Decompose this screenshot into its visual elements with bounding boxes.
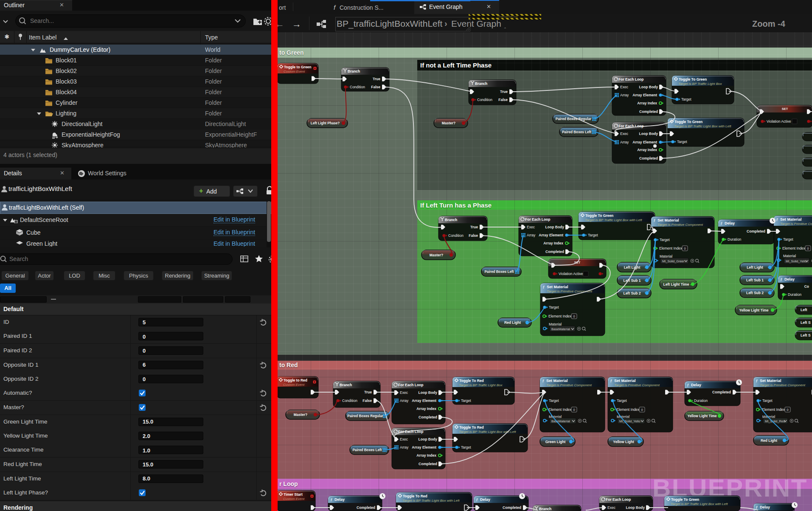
svg-text:Exec: Exec bbox=[400, 437, 408, 441]
svg-text:Completed: Completed bbox=[747, 229, 765, 233]
svg-text:BaseMaterial: BaseMaterial bbox=[551, 327, 570, 331]
svg-text:MI_Solid_Yello: MI_Solid_Yello bbox=[619, 419, 640, 423]
svg-text:Target: Target bbox=[617, 399, 627, 403]
svg-text:Target: Target bbox=[461, 445, 471, 449]
svg-text:Set Material: Set Material bbox=[657, 218, 679, 222]
svg-text:0: 0 bbox=[787, 408, 788, 412]
svg-text:Target is BP Traffic Light Box: Target is BP Traffic Light Box with Left bbox=[585, 218, 642, 222]
svg-text:Target: Target bbox=[588, 233, 598, 237]
svg-text:Exec: Exec bbox=[620, 85, 629, 89]
svg-text:Paired Boxes Left: Paired Boxes Left bbox=[352, 448, 382, 452]
svg-text:Exec: Exec bbox=[400, 390, 408, 395]
svg-text:Target is BP Traffic Light Box: Target is BP Traffic Light Box with Left bbox=[671, 502, 728, 506]
svg-text:Array Index: Array Index bbox=[637, 101, 657, 105]
svg-text:Completed: Completed bbox=[639, 110, 658, 114]
svg-text:For Each Loop: For Each Loop bbox=[606, 497, 631, 502]
svg-text:Completed: Completed bbox=[712, 390, 731, 394]
svg-text:Loop Body: Loop Body bbox=[545, 225, 565, 229]
svg-text:Paired Boxes Regular: Paired Boxes Regular bbox=[347, 414, 383, 418]
svg-text:Left Light Phase?: Left Light Phase? bbox=[311, 121, 340, 125]
svg-text:Yellow Light Time: Yellow Light Time bbox=[688, 414, 717, 418]
svg-text:Set Material: Set Material bbox=[546, 379, 568, 383]
svg-text:Completed: Completed bbox=[503, 505, 521, 510]
svg-text:Delay: Delay bbox=[760, 505, 770, 509]
svg-text:Target: Target bbox=[660, 238, 670, 242]
svg-text:BaseMaterial: BaseMaterial bbox=[551, 419, 570, 423]
svg-text:Toggle To Green: Toggle To Green bbox=[671, 497, 699, 502]
svg-text:True: True bbox=[364, 390, 372, 394]
svg-text:Exec: Exec bbox=[607, 505, 616, 510]
svg-text:Custom Event: Custom Event bbox=[283, 497, 305, 501]
svg-text:Set Material: Set Material bbox=[547, 285, 568, 289]
svg-text:Element Index: Element Index bbox=[782, 246, 806, 250]
svg-text:0: 0 bbox=[807, 247, 809, 250]
svg-text:True: True bbox=[500, 90, 508, 94]
svg-text:Branch: Branch bbox=[340, 383, 352, 387]
svg-text:Duration: Duration bbox=[694, 399, 708, 403]
svg-text:False: False bbox=[362, 399, 372, 403]
svg-text:Branch: Branch bbox=[539, 507, 551, 511]
svg-text:Master?: Master? bbox=[430, 253, 444, 257]
svg-text:Loop Body: Loop Body bbox=[626, 505, 645, 510]
svg-text:Target is BP Traffic Light Box: Target is BP Traffic Light Box with Left bbox=[674, 124, 731, 128]
svg-text:True: True bbox=[373, 77, 380, 81]
svg-text:Array: Array bbox=[620, 140, 629, 144]
svg-text:Condition: Condition bbox=[342, 399, 357, 403]
svg-text:Set Material: Set Material bbox=[614, 379, 636, 383]
svg-text:True: True bbox=[470, 225, 478, 229]
svg-text:Master?: Master? bbox=[294, 413, 308, 417]
svg-text:Toggle To Red: Toggle To Red bbox=[459, 425, 484, 430]
svg-text:Violation Active: Violation Active bbox=[559, 272, 583, 276]
svg-text:Toggle To Green: Toggle To Green bbox=[674, 120, 702, 124]
svg-text:Delay: Delay bbox=[480, 497, 490, 502]
svg-text:Target is BP Traffic Light Box: Target is BP Traffic Light Box with Left bbox=[402, 499, 460, 503]
svg-text:Left S: Left S bbox=[801, 320, 811, 325]
svg-text:Custom Event: Custom Event bbox=[283, 383, 305, 387]
svg-text:Element Index: Element Index bbox=[762, 407, 785, 412]
svg-text:Toggle to Green: Toggle to Green bbox=[284, 65, 312, 69]
svg-text:Array Index: Array Index bbox=[416, 453, 436, 458]
svg-text:0: 0 bbox=[684, 247, 686, 250]
svg-text:Master?: Master? bbox=[442, 121, 456, 125]
svg-text:Array: Array bbox=[527, 233, 536, 237]
svg-text:Element Index: Element Index bbox=[616, 407, 640, 412]
svg-text:Left S: Left S bbox=[801, 333, 811, 337]
svg-text:Target is Primitive Component: Target is Primitive Component bbox=[547, 289, 593, 293]
svg-text:Array: Array bbox=[620, 93, 629, 97]
svg-text:Target is BP Traffic Light Box: Target is BP Traffic Light Box bbox=[459, 383, 503, 387]
svg-text:Target is Primitive Component: Target is Primitive Component bbox=[657, 223, 703, 227]
svg-text:0: 0 bbox=[641, 408, 643, 412]
svg-text:Delay: Delay bbox=[334, 497, 345, 502]
svg-text:Target: Target bbox=[783, 237, 793, 241]
svg-text:Array: Array bbox=[400, 399, 409, 403]
svg-text:Co: Co bbox=[804, 284, 809, 289]
svg-text:Custom Event: Custom Event bbox=[284, 70, 305, 73]
svg-text:Toggle To Green: Toggle To Green bbox=[585, 213, 613, 218]
svg-text:Green Light: Green Light bbox=[545, 440, 566, 444]
svg-text:Left Sub 1: Left Sub 1 bbox=[623, 278, 641, 283]
svg-text:Left Sub 2: Left Sub 2 bbox=[623, 291, 641, 295]
svg-text:For Each Loop: For Each Loop bbox=[618, 77, 644, 81]
svg-text:Delay: Delay bbox=[691, 383, 701, 387]
svg-text:Delay: Delay bbox=[784, 277, 795, 281]
svg-text:Completed: Completed bbox=[357, 505, 375, 510]
svg-text:Target is Primitive Co: Target is Primitive Co bbox=[780, 222, 812, 226]
svg-text:For Each Loop: For Each Loop bbox=[525, 217, 551, 222]
svg-text:False: False bbox=[498, 98, 508, 102]
svg-text:Completed: Completed bbox=[639, 156, 658, 160]
svg-text:Duration: Duration bbox=[788, 292, 801, 297]
svg-text:0: 0 bbox=[573, 408, 575, 412]
svg-text:Completed: Completed bbox=[545, 250, 564, 254]
svg-text:Yellow Light Time: Yellow Light Time bbox=[739, 309, 769, 312]
svg-text:Left Light: Left Light bbox=[747, 265, 763, 270]
svg-text:Target: Target bbox=[762, 399, 773, 403]
svg-text:Red Light: Red Light bbox=[761, 438, 777, 443]
svg-text:Condition: Condition bbox=[448, 233, 464, 238]
svg-text:Exec: Exec bbox=[527, 225, 535, 229]
svg-text:Timer Start: Timer Start bbox=[284, 492, 303, 497]
svg-text:Exec: Exec bbox=[620, 132, 629, 136]
svg-text:Array Element: Array Element bbox=[539, 233, 563, 237]
svg-text:Condition: Condition bbox=[477, 98, 492, 102]
svg-text:Duration: Duration bbox=[728, 237, 741, 241]
svg-text:Target: Target bbox=[681, 97, 691, 101]
